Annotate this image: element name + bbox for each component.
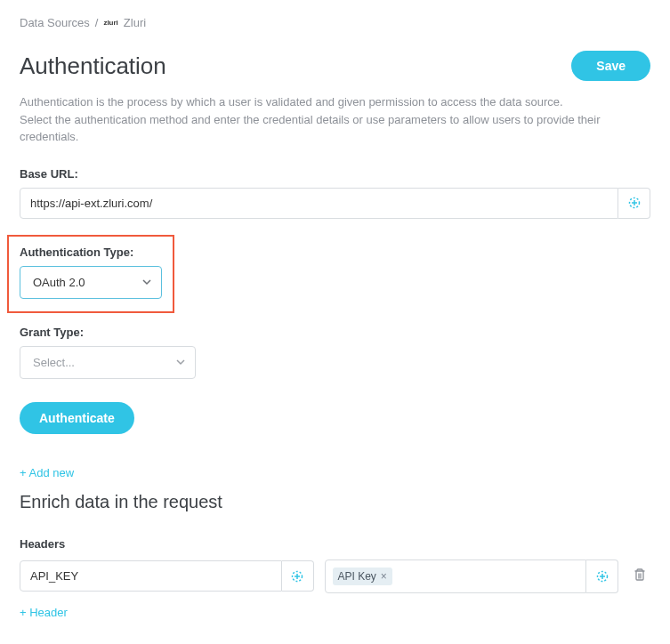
breadcrumb-current: Zluri xyxy=(124,16,146,29)
delete-header-button[interactable] xyxy=(629,564,650,588)
header-value-param-button[interactable] xyxy=(586,559,618,593)
auth-type-label: Authentication Type: xyxy=(20,246,162,259)
auth-type-highlight: Authentication Type: OAuth 2.0 xyxy=(7,235,174,313)
add-parameter-button[interactable] xyxy=(618,188,650,219)
page-title: Authentication xyxy=(20,52,166,80)
parameter-icon xyxy=(290,569,304,584)
add-header-link[interactable]: + Header xyxy=(20,606,68,619)
header-value-input[interactable]: API Key × xyxy=(325,559,587,593)
base-url-input[interactable] xyxy=(20,188,618,219)
trash-icon xyxy=(633,571,647,584)
auth-description: Authentication is the process by which a… xyxy=(20,93,650,146)
base-url-label: Base URL: xyxy=(20,167,650,181)
enrich-section-title: Enrich data in the request xyxy=(20,492,650,512)
zluri-logo: zluri xyxy=(103,19,117,27)
add-new-link[interactable]: + Add new xyxy=(20,466,74,479)
header-key-input[interactable] xyxy=(20,560,282,592)
authenticate-button[interactable]: Authenticate xyxy=(20,402,134,434)
auth-type-select[interactable]: OAuth 2.0 xyxy=(20,266,162,299)
breadcrumb-root-link[interactable]: Data Sources xyxy=(20,16,90,29)
breadcrumb-separator: / xyxy=(95,16,99,29)
headers-label: Headers xyxy=(20,537,650,551)
tag-label: API Key xyxy=(338,570,376,583)
description-line-2: Select the authentication method and ent… xyxy=(20,111,650,146)
breadcrumb: Data Sources / zluri Zluri xyxy=(20,16,650,29)
header-key-param-button[interactable] xyxy=(282,560,314,592)
parameter-icon xyxy=(595,569,609,584)
parameter-icon xyxy=(627,196,642,210)
header-value-tag: API Key × xyxy=(333,568,392,585)
description-line-1: Authentication is the process by which a… xyxy=(20,93,650,111)
grant-type-label: Grant Type: xyxy=(20,326,650,339)
save-button[interactable]: Save xyxy=(571,51,650,81)
tag-remove-icon[interactable]: × xyxy=(381,570,387,583)
grant-type-select[interactable]: Select... xyxy=(20,346,196,379)
